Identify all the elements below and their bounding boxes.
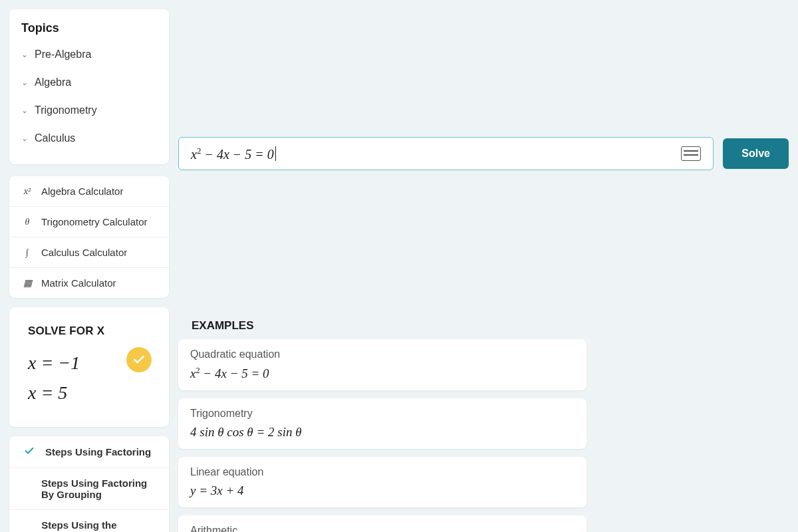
topics-title: Topics	[9, 21, 169, 41]
topic-calculus[interactable]: ⌄ Calculus	[9, 124, 169, 152]
topic-label: Trigonometry	[35, 104, 97, 116]
topics-panel: Topics ⌄ Pre-Algebra ⌄ Algebra ⌄ Trigono…	[9, 9, 169, 164]
topic-pre-algebra[interactable]: ⌄ Pre-Algebra	[9, 41, 169, 68]
theta-icon: θ	[21, 217, 33, 227]
example-linear[interactable]: Linear equation y = 3x + 4	[178, 457, 587, 507]
example-label: Trigonometry	[190, 408, 575, 420]
keyboard-icon[interactable]	[681, 146, 701, 161]
tools-panel: x² Algebra Calculator θ Trigonometry Cal…	[9, 176, 169, 298]
matrix-icon: ▦	[21, 277, 33, 289]
example-arithmetic[interactable]: Arithmetic 699 ∗ 533	[178, 515, 587, 532]
step-method-label: Steps Using the Quadratic Formula	[41, 519, 154, 532]
step-method-quadratic-formula[interactable]: Steps Using the Quadratic Formula	[9, 510, 169, 532]
tool-calculus-calculator[interactable]: ∫ Calculus Calculator	[9, 237, 169, 268]
tool-trigonometry-calculator[interactable]: θ Trigonometry Calculator	[9, 207, 169, 237]
step-method-factoring[interactable]: Steps Using Factoring	[9, 436, 169, 468]
verified-badge-icon	[126, 347, 152, 372]
tool-label: Trigonometry Calculator	[41, 216, 148, 227]
step-method-label: Steps Using Factoring	[45, 446, 151, 458]
chevron-down-icon: ⌄	[21, 78, 28, 87]
example-label: Arithmetic	[190, 525, 575, 532]
tool-algebra-calculator[interactable]: x² Algebra Calculator	[9, 176, 169, 207]
solution-2: x = 5	[28, 378, 150, 408]
step-method-label: Steps Using Factoring By Grouping	[41, 477, 154, 500]
topic-trigonometry[interactable]: ⌄ Trigonometry	[9, 96, 169, 124]
topic-label: Pre-Algebra	[35, 49, 91, 61]
check-icon	[24, 446, 36, 458]
example-math: 4 sin θ cos θ = 2 sin θ	[190, 425, 575, 440]
tool-label: Matrix Calculator	[41, 277, 116, 289]
solve-button[interactable]: Solve	[723, 138, 789, 169]
solve-card: SOLVE FOR X x = −1 x = 5	[9, 307, 169, 427]
solve-heading: SOLVE FOR X	[28, 325, 150, 338]
example-label: Quadratic equation	[190, 348, 575, 360]
x-squared-icon: x²	[21, 186, 33, 197]
example-trigonometry[interactable]: Trigonometry 4 sin θ cos θ = 2 sin θ	[178, 398, 587, 449]
topic-algebra[interactable]: ⌄ Algebra	[9, 68, 169, 96]
example-quadratic[interactable]: Quadratic equation x2 − 4x − 5 = 0	[178, 339, 587, 390]
tool-matrix-calculator[interactable]: ▦ Matrix Calculator	[9, 268, 169, 298]
equation-text: x2 − 4x − 5 = 0	[191, 146, 279, 162]
example-math: x2 − 4x − 5 = 0	[190, 366, 575, 381]
chevron-down-icon: ⌄	[21, 50, 28, 59]
step-method-list: Steps Using Factoring Steps Using Factor…	[9, 436, 169, 532]
examples-title: EXAMPLES	[178, 307, 587, 339]
topic-label: Calculus	[35, 132, 75, 144]
chevron-down-icon: ⌄	[21, 106, 28, 115]
tool-label: Algebra Calculator	[41, 186, 123, 197]
tool-label: Calculus Calculator	[41, 247, 127, 258]
example-label: Linear equation	[190, 466, 575, 478]
topic-label: Algebra	[35, 76, 71, 88]
top-input-row: x2 − 4x − 5 = 0 Solve	[178, 9, 789, 298]
step-method-grouping[interactable]: Steps Using Factoring By Grouping	[9, 468, 169, 510]
equation-input[interactable]: x2 − 4x − 5 = 0	[178, 137, 714, 171]
chevron-down-icon: ⌄	[21, 134, 28, 143]
example-math: y = 3x + 4	[190, 483, 575, 498]
integral-icon: ∫	[21, 247, 33, 258]
